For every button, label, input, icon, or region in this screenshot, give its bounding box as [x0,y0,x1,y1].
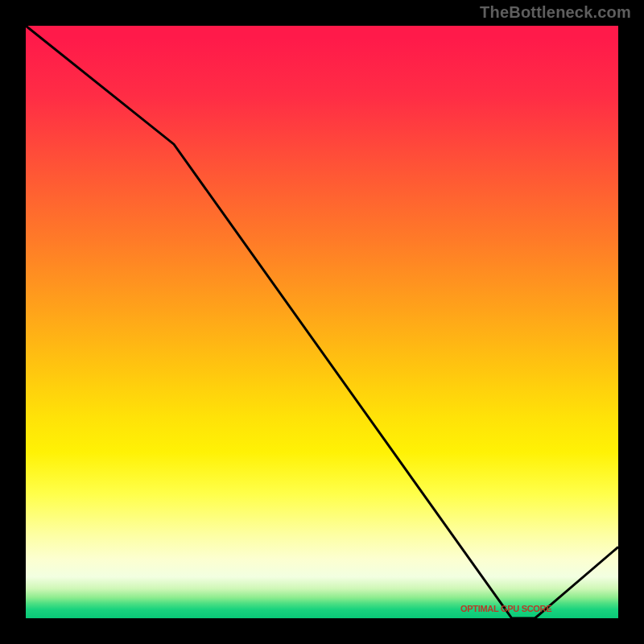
bottleneck-chart: TheBottleneck.com OPTIMAL GPU SCORE [0,0,644,644]
watermark-text: TheBottleneck.com [480,3,631,22]
plot-area: OPTIMAL GPU SCORE [24,24,620,620]
optimal-gpu-score-label: OPTIMAL GPU SCORE [460,604,551,613]
severity-gradient-background [26,26,618,618]
